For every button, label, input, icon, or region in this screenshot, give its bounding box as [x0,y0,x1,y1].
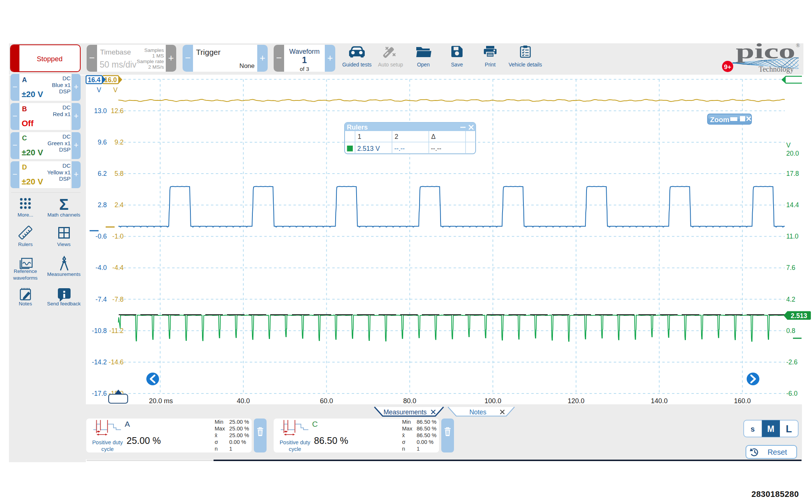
svg-text:Auto setup: Auto setup [378,62,403,68]
svg-text:2.4: 2.4 [115,201,124,209]
svg-text:6.2: 6.2 [98,170,107,177]
svg-text:16.4: 16.4 [88,76,100,84]
svg-text:Reset: Reset [768,448,787,456]
svg-text:17.8: 17.8 [786,170,799,177]
svg-text:1: 1 [358,133,361,140]
svg-text:Measurements: Measurements [47,271,81,277]
svg-text:16.0: 16.0 [104,76,117,84]
svg-text:-4.0: -4.0 [96,264,107,271]
svg-text:20.0 ms: 20.0 ms [149,397,173,405]
svg-text:n: n [402,446,405,452]
svg-text:-6.0: -6.0 [786,390,797,397]
svg-text:--.--: --.-- [431,145,441,152]
svg-text:160.0: 160.0 [734,397,751,405]
svg-text:7.6: 7.6 [786,264,795,271]
svg-text:x̄: x̄ [402,432,405,438]
svg-text:M: M [767,424,774,434]
svg-text:2.513 V: 2.513 V [357,145,380,152]
svg-text:60.0: 60.0 [320,397,333,405]
svg-text:-7.4: -7.4 [96,296,107,303]
svg-text:More...: More... [18,212,33,218]
svg-text:Min: Min [215,419,223,425]
svg-text:80.0: 80.0 [403,397,416,405]
svg-text:Technology: Technology [759,65,794,74]
svg-text:Positive duty: Positive duty [280,439,311,445]
svg-text:Print: Print [485,62,496,68]
svg-text:Rulers: Rulers [18,242,32,247]
svg-text:-0.6: -0.6 [96,233,107,240]
svg-text:Zoom: Zoom [710,116,729,124]
svg-text:1: 1 [417,446,420,452]
svg-text:Reference: Reference [14,268,37,274]
svg-text:14.4: 14.4 [786,201,799,209]
svg-text:Notes: Notes [469,408,486,416]
svg-text:-1.0: -1.0 [112,233,124,240]
svg-text:Positive duty: Positive duty [92,439,123,445]
svg-text:2: 2 [395,133,398,140]
svg-text:1: 1 [229,446,232,452]
svg-text:9.2: 9.2 [115,139,124,146]
svg-text:11.0: 11.0 [786,233,799,240]
svg-text:Notes: Notes [19,301,32,307]
svg-text:V: V [786,141,791,149]
svg-text:L: L [786,423,792,435]
svg-text:®: ® [796,43,800,49]
svg-text:0.8: 0.8 [786,327,795,335]
svg-text:25.00 %: 25.00 % [127,435,161,446]
svg-text:-14.6: -14.6 [109,358,124,366]
svg-text:2.8: 2.8 [98,201,107,209]
svg-text:13.0: 13.0 [94,107,107,115]
svg-text:Guided tests: Guided tests [342,62,372,68]
svg-text:86.50 %: 86.50 % [417,432,436,438]
svg-text:120.0: 120.0 [567,397,584,405]
svg-text:pico: pico [736,39,796,63]
svg-text:86.50 %: 86.50 % [417,426,436,432]
svg-text:25.00 %: 25.00 % [229,432,249,438]
svg-text:25.00 %: 25.00 % [229,419,249,425]
svg-text:Views: Views [57,242,71,247]
svg-text:--.--: --.-- [394,145,405,152]
svg-text:86.50 %: 86.50 % [314,435,348,446]
svg-text:12.6: 12.6 [111,107,124,115]
svg-text:140.0: 140.0 [651,397,668,405]
svg-text:2.513: 2.513 [791,312,807,320]
svg-text:40.0: 40.0 [237,397,250,405]
svg-text:25.00 %: 25.00 % [229,426,249,432]
svg-text:-10.8: -10.8 [92,327,107,335]
svg-text:x̄: x̄ [215,432,218,438]
svg-text:-11.2: -11.2 [109,327,124,335]
svg-text:Rulers: Rulers [347,124,368,131]
svg-text:Open: Open [417,62,430,68]
svg-text:V: V [97,86,101,94]
svg-text:0.00 %: 0.00 % [417,439,433,445]
svg-text:0.00 %: 0.00 % [229,439,246,445]
svg-text:-4.4: -4.4 [112,264,124,271]
svg-text:-2.6: -2.6 [786,358,797,366]
svg-text:86.50 %: 86.50 % [417,419,436,425]
svg-text:waveforms: waveforms [13,275,38,281]
svg-text:cycle: cycle [289,446,301,452]
svg-text:σ: σ [215,439,218,445]
svg-text:4.2: 4.2 [786,296,795,303]
svg-text:Σ: Σ [59,196,68,213]
svg-text:s: s [750,425,755,433]
svg-text:5.8: 5.8 [115,170,124,177]
svg-text:Math channels: Math channels [47,212,80,218]
svg-text:A: A [125,420,130,428]
svg-text:-14.2: -14.2 [92,358,107,366]
svg-text:V: V [113,86,118,94]
svg-text:9.6: 9.6 [98,139,107,146]
svg-text:Δ: Δ [431,133,436,140]
svg-text:-7.8: -7.8 [112,296,124,303]
svg-text:Max: Max [402,426,413,432]
svg-text:cycle: cycle [101,446,113,452]
svg-text:-17.6: -17.6 [92,390,107,397]
svg-text:n: n [215,446,218,452]
svg-text:Send feedback: Send feedback [47,301,81,307]
svg-text:20.0: 20.0 [786,150,799,157]
svg-text:100.0: 100.0 [485,397,501,405]
svg-text:Save: Save [451,62,463,68]
svg-text:σ: σ [402,439,405,445]
svg-text:Min: Min [402,419,411,425]
svg-text:Measurements: Measurements [383,408,427,416]
